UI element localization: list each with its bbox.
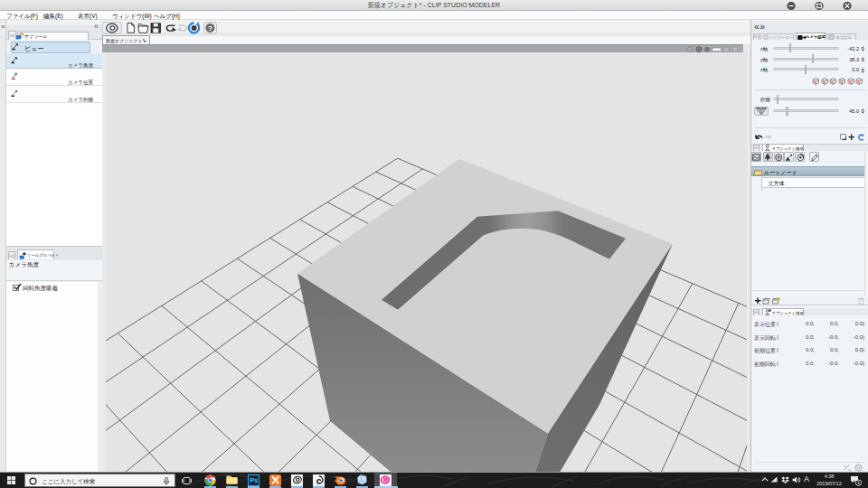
svg-text:?: ? [208,24,212,33]
svg-text:1: 1 [857,480,860,485]
